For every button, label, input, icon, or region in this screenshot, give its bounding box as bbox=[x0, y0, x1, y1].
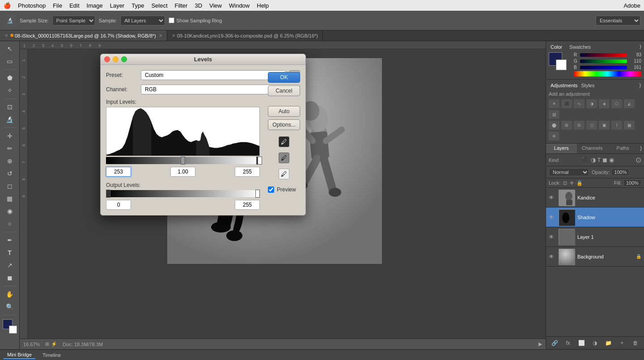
tool-marquee[interactable]: ▭ bbox=[3, 55, 17, 67]
tab-0-close[interactable]: ✕ bbox=[4, 33, 8, 38]
invert-adj[interactable]: ◻ bbox=[586, 121, 597, 130]
tool-eyedropper-side[interactable]: 🔬 bbox=[3, 114, 17, 125]
filter-adjust-icon[interactable]: ◑ bbox=[591, 157, 596, 163]
menu-select[interactable]: Select bbox=[151, 2, 167, 9]
auto-button[interactable]: Auto bbox=[268, 106, 300, 117]
layer-adjustment-button[interactable]: ◑ bbox=[590, 339, 599, 347]
sample-size-select[interactable]: Point Sample bbox=[52, 16, 95, 25]
blend-mode-select[interactable]: Normal bbox=[549, 168, 589, 176]
white-eyedropper-button[interactable]: 🖊 bbox=[279, 169, 289, 179]
lock-all-icon[interactable]: 🔒 bbox=[576, 180, 583, 186]
color-tab[interactable]: Color bbox=[549, 44, 564, 50]
tool-text[interactable]: T bbox=[3, 247, 17, 258]
new-layer-button[interactable]: + bbox=[618, 339, 627, 347]
timeline-tab[interactable]: Timeline bbox=[39, 352, 64, 359]
red-slider[interactable] bbox=[580, 53, 627, 57]
filter-toggle-icon[interactable]: ⊙ bbox=[636, 156, 641, 164]
tool-clone[interactable]: ⊕ bbox=[3, 155, 17, 167]
menu-view[interactable]: View bbox=[209, 2, 222, 9]
output-black-slider[interactable] bbox=[106, 190, 110, 198]
filter-pixel-icon[interactable]: ⬛ bbox=[582, 157, 589, 163]
show-sampling-ring-label[interactable]: Show Sampling Ring bbox=[169, 17, 222, 23]
menu-image[interactable]: Image bbox=[87, 2, 103, 9]
ok-button[interactable]: OK bbox=[268, 72, 300, 83]
background-color-swatch[interactable] bbox=[9, 326, 17, 334]
tool-hand[interactable]: ✋ bbox=[3, 288, 17, 300]
gray-eyedropper-button[interactable]: 🖊 bbox=[279, 152, 289, 163]
green-slider[interactable] bbox=[580, 59, 627, 63]
channel-mixer-adj[interactable]: ⊞ bbox=[561, 121, 572, 130]
options-button[interactable]: Options... bbox=[268, 119, 300, 130]
tool-shapes[interactable]: ◼ bbox=[3, 272, 17, 284]
tool-eyedropper[interactable]: 🔬 bbox=[4, 14, 16, 27]
menu-adobe[interactable]: Adobe bbox=[623, 2, 640, 9]
tool-pen[interactable]: ✒ bbox=[3, 234, 17, 246]
tool-healing[interactable]: ✛ bbox=[3, 130, 17, 142]
menu-file[interactable]: File bbox=[53, 2, 62, 9]
apple-menu[interactable]: 🍎 bbox=[4, 2, 11, 9]
tab-1[interactable]: ✕ 09-10KandiceLynn19-306-to-composite.ps… bbox=[167, 30, 323, 41]
background-swatch[interactable] bbox=[556, 59, 567, 70]
output-min-value[interactable]: 0 bbox=[106, 200, 131, 210]
filter-text-icon[interactable]: T bbox=[597, 157, 601, 163]
vibrance-adj[interactable]: ◈ bbox=[599, 99, 610, 108]
tool-zoom[interactable]: 🔍 bbox=[3, 301, 17, 313]
threshold-adj[interactable]: ⌇ bbox=[611, 121, 622, 130]
layer-visibility-background[interactable]: 👁 bbox=[549, 254, 556, 260]
preset-select[interactable]: Custom bbox=[141, 70, 286, 80]
show-sampling-ring-checkbox[interactable] bbox=[169, 17, 174, 23]
tool-blur[interactable]: ◉ bbox=[3, 205, 17, 217]
photo-filter-adj[interactable]: ⬤ bbox=[549, 121, 559, 130]
posterize-adj[interactable]: ▣ bbox=[599, 121, 610, 130]
input-mid-value[interactable]: 1.00 bbox=[170, 167, 195, 177]
gradient-map-adj[interactable]: ▦ bbox=[624, 121, 635, 130]
dialog-close-button[interactable] bbox=[104, 56, 110, 62]
preview-checkbox[interactable] bbox=[268, 186, 274, 193]
color-balance-adj[interactable]: ◭ bbox=[624, 99, 635, 108]
layer-item-kandice[interactable]: 👁 Kandice bbox=[546, 188, 644, 208]
color-lookup-adj[interactable]: ⊟ bbox=[574, 121, 585, 130]
layer-item-layer1[interactable]: 👁 Layer 1 bbox=[546, 227, 644, 247]
menu-type[interactable]: Type bbox=[131, 2, 144, 9]
cancel-button[interactable]: Cancel bbox=[268, 85, 300, 96]
layer-group-button[interactable]: 📁 bbox=[604, 339, 613, 347]
tool-dodge[interactable]: ○ bbox=[3, 218, 17, 229]
styles-tab[interactable]: Styles bbox=[580, 83, 597, 88]
adj-expand-icon[interactable]: ⟩ bbox=[639, 82, 641, 89]
menu-3d[interactable]: 3D bbox=[195, 2, 202, 9]
layer-item-shadow[interactable]: 👁 Shadow bbox=[546, 208, 644, 227]
menu-window[interactable]: Window bbox=[229, 2, 250, 9]
lock-position-icon[interactable]: ✛ bbox=[570, 180, 574, 186]
channels-tab[interactable]: Channels bbox=[577, 144, 608, 153]
layer-mask-button[interactable]: ⬜ bbox=[577, 339, 586, 347]
hue-sat-adj[interactable]: ⬡ bbox=[611, 99, 622, 108]
output-slider[interactable] bbox=[106, 190, 260, 197]
fill-input[interactable]: 100% bbox=[623, 179, 641, 186]
input-mid-slider[interactable] bbox=[181, 157, 185, 165]
spectrum-bar[interactable] bbox=[574, 71, 641, 76]
input-min-value[interactable]: 253 bbox=[106, 167, 131, 177]
dialog-minimize-button[interactable] bbox=[113, 56, 119, 62]
paths-tab[interactable]: Paths bbox=[607, 144, 638, 153]
layer-fx-button[interactable]: fx bbox=[564, 339, 572, 347]
tool-gradient[interactable]: ▦ bbox=[3, 193, 17, 204]
filter-smart-icon[interactable]: ◉ bbox=[609, 157, 614, 163]
tool-eraser[interactable]: ◻ bbox=[3, 180, 17, 192]
black-eyedropper-button[interactable]: 🖊 bbox=[279, 136, 289, 147]
levels-adj[interactable]: ⬛ bbox=[561, 99, 572, 108]
layer-visibility-layer1[interactable]: 👁 bbox=[549, 234, 556, 240]
menu-edit[interactable]: Edit bbox=[69, 2, 79, 9]
delete-layer-button[interactable]: 🗑 bbox=[631, 339, 640, 347]
input-max-value[interactable]: 255 bbox=[235, 167, 260, 177]
adjustments-tab[interactable]: Adjustments bbox=[549, 83, 580, 88]
layer-visibility-shadow[interactable]: 👁 bbox=[549, 214, 556, 220]
tool-brush[interactable]: ✏ bbox=[3, 143, 17, 154]
swatches-tab[interactable]: Swatches bbox=[568, 44, 593, 50]
tab-0[interactable]: ✕ ✱ 08-iStock_000011057163Large.psd @ 16… bbox=[0, 30, 167, 41]
filter-shape-icon[interactable]: ◼ bbox=[602, 157, 607, 163]
tool-magic-wand[interactable]: ✧ bbox=[3, 85, 17, 96]
tool-history[interactable]: ↺ bbox=[3, 168, 17, 179]
tool-move[interactable]: ↖ bbox=[3, 43, 17, 55]
input-sliders[interactable] bbox=[106, 157, 260, 164]
lock-pixels-icon[interactable]: ⊡ bbox=[563, 180, 567, 186]
